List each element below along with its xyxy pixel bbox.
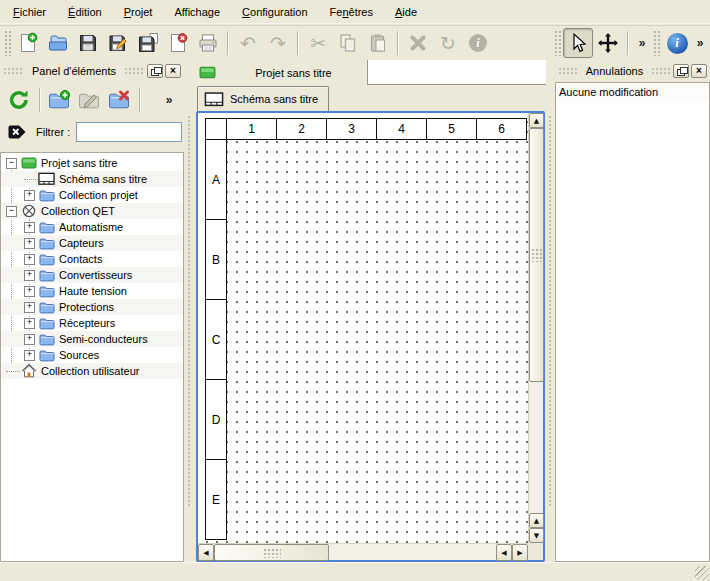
- new-category-button[interactable]: [45, 86, 73, 114]
- tree-item-automatisme[interactable]: + Automatisme: [1, 219, 183, 235]
- delete-button[interactable]: [403, 28, 433, 58]
- menu-fenetres[interactable]: Fenêtres: [319, 3, 384, 21]
- toolbar-overflow-button[interactable]: »: [692, 28, 708, 58]
- toolbar-separator: [39, 88, 41, 112]
- close-project-button[interactable]: [163, 28, 193, 58]
- tree-item-schema[interactable]: Schéma sans titre: [1, 171, 183, 187]
- tree-item-convertisseurs[interactable]: + Convertisseurs: [1, 267, 183, 283]
- expand-toggle-icon[interactable]: +: [24, 238, 35, 249]
- clear-filter-icon: [7, 124, 27, 140]
- cut-button[interactable]: ✂: [303, 28, 333, 58]
- float-panel-button[interactable]: [147, 64, 163, 78]
- expand-toggle-icon[interactable]: +: [24, 270, 35, 281]
- delete-category-button[interactable]: [105, 86, 133, 114]
- clear-filter-button[interactable]: [6, 122, 28, 142]
- toolbar-drag-handle[interactable]: [554, 30, 561, 56]
- print-button[interactable]: [193, 28, 223, 58]
- rotate-button[interactable]: ↻: [433, 28, 463, 58]
- save-all-icon: [137, 32, 159, 54]
- tree-item-semi-conducteurs[interactable]: + Semi-conducteurs: [1, 331, 183, 347]
- expand-toggle-icon[interactable]: +: [24, 190, 35, 201]
- close-panel-button[interactable]: ×: [691, 64, 707, 78]
- menu-fichier[interactable]: Fichier: [2, 3, 57, 21]
- vertical-scroll-track[interactable]: [529, 128, 543, 513]
- tree-item-haute-tension[interactable]: + Haute tension: [1, 283, 183, 299]
- tree-item-project[interactable]: − Projet sans titre: [1, 155, 183, 171]
- menu-label: dition: [75, 6, 101, 18]
- restore-icon: [154, 67, 162, 74]
- panel-header-texture: [3, 67, 24, 75]
- tree-item-capteurs[interactable]: + Capteurs: [1, 235, 183, 251]
- scroll-up-button[interactable]: ▲: [529, 113, 544, 128]
- tab-project[interactable]: Projet sans titre: [195, 60, 368, 85]
- vertical-scrollbar[interactable]: ▲ ▲ ▼: [528, 113, 543, 543]
- horizontal-scrollbar[interactable]: ◀ ◀ ▶: [198, 543, 528, 560]
- tree-item-contacts[interactable]: + Contacts: [1, 251, 183, 267]
- toolbar-drag-handle[interactable]: [653, 30, 660, 56]
- filter-input[interactable]: [76, 122, 182, 142]
- scroll-right-button[interactable]: ▶: [512, 544, 528, 561]
- move-mode-button[interactable]: [593, 28, 623, 58]
- menu-affichage[interactable]: Affichage: [163, 3, 231, 21]
- save-all-button[interactable]: [133, 28, 163, 58]
- undo-panel-title: Annulations: [586, 65, 644, 77]
- menu-configuration[interactable]: Configuration: [231, 3, 318, 21]
- toolbar-overflow-button[interactable]: »: [633, 28, 651, 58]
- redo-button[interactable]: ↷: [263, 28, 293, 58]
- horizontal-scroll-thumb[interactable]: [214, 544, 329, 561]
- new-project-button[interactable]: [13, 28, 43, 58]
- tree-item-collection-qet[interactable]: − Collection QET: [1, 203, 183, 219]
- save-button[interactable]: [73, 28, 103, 58]
- collapse-toggle-icon[interactable]: −: [6, 158, 17, 169]
- copy-button[interactable]: [333, 28, 363, 58]
- expand-toggle-icon[interactable]: +: [24, 318, 35, 329]
- save-as-button[interactable]: [103, 28, 133, 58]
- reload-collections-button[interactable]: [5, 86, 33, 114]
- undo-button[interactable]: ↶: [233, 28, 263, 58]
- expand-toggle-icon[interactable]: +: [24, 254, 35, 265]
- schema-canvas[interactable]: 1 2 3 4 5 6 A B C D E ▲: [196, 111, 545, 562]
- project-icon: [20, 155, 37, 171]
- menu-aide[interactable]: Aide: [384, 3, 428, 21]
- menu-projet[interactable]: Projet: [113, 3, 164, 21]
- tree-item-protections[interactable]: + Protections: [1, 299, 183, 315]
- panel-toolbar-overflow-button[interactable]: »: [160, 89, 178, 111]
- tab-schema[interactable]: Schéma sans titre: [197, 86, 329, 111]
- about-button[interactable]: i: [662, 28, 692, 58]
- undo-history-list[interactable]: Aucune modification: [555, 82, 710, 562]
- tree-item-collection-projet[interactable]: + Collection projet: [1, 187, 183, 203]
- scroll-down-button[interactable]: ▼: [529, 528, 544, 543]
- edit-category-button[interactable]: [75, 86, 103, 114]
- horizontal-scroll-track[interactable]: [214, 544, 496, 560]
- tree-item-recepteurs[interactable]: + Récepteurs: [1, 315, 183, 331]
- undo-list-item[interactable]: Aucune modification: [556, 83, 709, 101]
- schema-grid[interactable]: 1 2 3 4 5 6 A B C D E: [198, 113, 528, 543]
- expand-toggle-icon[interactable]: +: [24, 222, 35, 233]
- left-splitter[interactable]: [184, 60, 195, 562]
- expand-toggle-icon[interactable]: +: [24, 334, 35, 345]
- expand-toggle-icon[interactable]: +: [24, 302, 35, 313]
- scroll-left-button[interactable]: ◀: [198, 544, 214, 561]
- float-panel-button[interactable]: [673, 64, 689, 78]
- close-panel-button[interactable]: ×: [165, 64, 181, 78]
- right-splitter[interactable]: [546, 60, 555, 562]
- menu-label: C: [242, 6, 250, 18]
- expand-toggle-icon[interactable]: +: [24, 350, 35, 361]
- toolbar-drag-handle[interactable]: [4, 30, 11, 56]
- menu-edition[interactable]: Édition: [57, 3, 113, 21]
- resize-grip[interactable]: [695, 566, 709, 580]
- open-project-button[interactable]: [43, 28, 73, 58]
- scroll-up-button[interactable]: ▲: [529, 513, 544, 528]
- collapse-toggle-icon[interactable]: −: [6, 206, 17, 217]
- arrow-right-icon: ▶: [517, 549, 522, 557]
- vertical-scroll-thumb[interactable]: [529, 128, 544, 382]
- edit-info-button[interactable]: i: [463, 28, 493, 58]
- tree-item-sources[interactable]: + Sources: [1, 347, 183, 363]
- tree-item-collection-utilisateur[interactable]: Collection utilisateur: [1, 363, 183, 379]
- column-label: 6: [498, 122, 505, 136]
- paste-button[interactable]: [363, 28, 393, 58]
- tree-item-label: Projet sans titre: [41, 157, 121, 169]
- select-mode-button[interactable]: [563, 28, 593, 58]
- expand-toggle-icon[interactable]: +: [24, 286, 35, 297]
- scroll-left-button[interactable]: ◀: [496, 544, 512, 561]
